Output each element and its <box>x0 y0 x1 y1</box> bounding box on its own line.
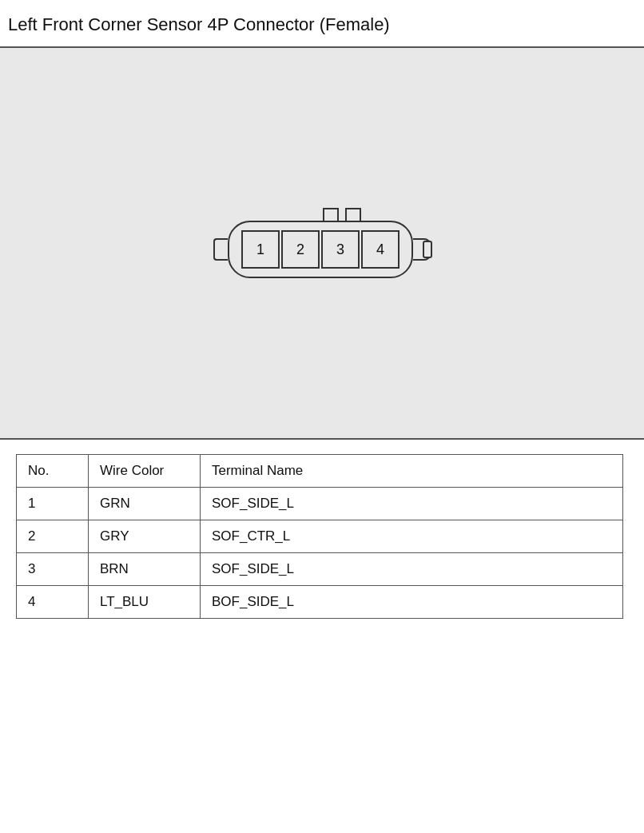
connector-main: 1 2 3 4 <box>228 221 413 278</box>
cell-terminal-1: SOF_SIDE_L <box>201 488 623 520</box>
table-section: No. Wire Color Terminal Name 1GRNSOF_SID… <box>0 440 644 635</box>
header-terminal-name: Terminal Name <box>201 455 623 488</box>
diagram-section: 1 2 3 4 <box>0 48 644 440</box>
table-row: 2GRYSOF_CTR_L <box>17 520 623 553</box>
page-title: Left Front Corner Sensor 4P Connector (F… <box>0 0 644 48</box>
cell-no-3: 3 <box>17 553 89 586</box>
connector-right-nub <box>413 238 431 261</box>
table-row: 4LT_BLUBOF_SIDE_L <box>17 586 623 619</box>
cell-terminal-3: SOF_SIDE_L <box>201 553 623 586</box>
pin-1: 1 <box>241 230 280 269</box>
header-no: No. <box>17 455 89 488</box>
cell-wire-1: GRN <box>89 488 201 520</box>
cell-wire-2: GRY <box>89 520 201 553</box>
connector-left-nub <box>213 238 228 261</box>
table-row: 1GRNSOF_SIDE_L <box>17 488 623 520</box>
header-wire-color: Wire Color <box>89 455 201 488</box>
cell-no-4: 4 <box>17 586 89 619</box>
table-row: 3BRNSOF_SIDE_L <box>17 553 623 586</box>
connector-diagram: 1 2 3 4 <box>213 208 431 278</box>
connector-body: 1 2 3 4 <box>213 221 431 278</box>
table-header-row: No. Wire Color Terminal Name <box>17 455 623 488</box>
cell-no-1: 1 <box>17 488 89 520</box>
pin-3: 3 <box>321 230 360 269</box>
connector-table: No. Wire Color Terminal Name 1GRNSOF_SID… <box>16 454 623 619</box>
cell-wire-4: LT_BLU <box>89 586 201 619</box>
pin-2: 2 <box>281 230 320 269</box>
cell-wire-3: BRN <box>89 553 201 586</box>
cell-terminal-4: BOF_SIDE_L <box>201 586 623 619</box>
cell-terminal-2: SOF_CTR_L <box>201 520 623 553</box>
pin-4: 4 <box>361 230 400 269</box>
cell-no-2: 2 <box>17 520 89 553</box>
